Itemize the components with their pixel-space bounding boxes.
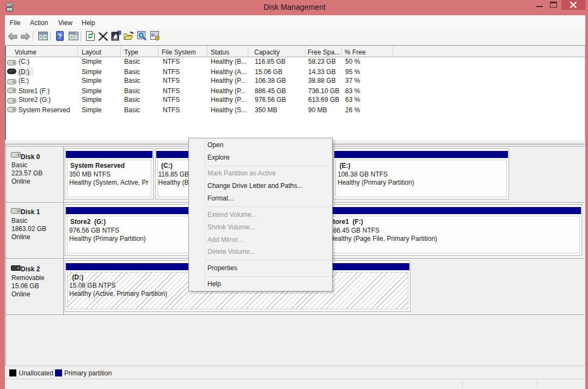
svg-text:?: ? [58, 33, 62, 40]
